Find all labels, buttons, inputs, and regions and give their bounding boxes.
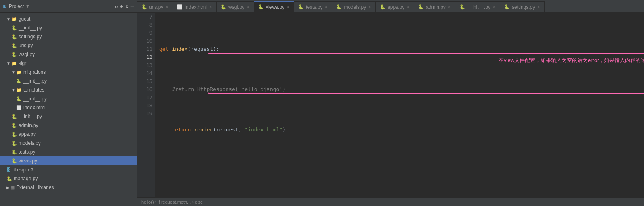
tree-item-urls[interactable]: 🐍 urls.py bbox=[0, 41, 137, 50]
tab-icon-py: 🐍 bbox=[141, 4, 147, 10]
tab-close-icon[interactable]: ✕ bbox=[492, 5, 496, 9]
tree-item-migrations[interactable]: ▼ 📁 migrations bbox=[0, 68, 137, 77]
py-icon: 🐍 bbox=[11, 25, 17, 31]
tab-icon-py: 🐍 bbox=[504, 4, 510, 10]
keyword: return bbox=[172, 126, 194, 134]
folder-icon: 📁 bbox=[16, 70, 22, 75]
tab-models[interactable]: 🐍 models.py ✕ bbox=[332, 1, 376, 12]
tree-item-label: sign bbox=[19, 60, 27, 66]
settings-icon[interactable]: ⚙ bbox=[126, 4, 128, 9]
tab-close-icon[interactable]: ✕ bbox=[209, 5, 212, 9]
tree-item-models[interactable]: 🐍 models.py bbox=[0, 139, 137, 148]
tab-admin[interactable]: 🐍 admin.py ✕ bbox=[414, 1, 455, 12]
tab-settings[interactable]: 🐍 settings.py ✕ bbox=[500, 1, 545, 12]
tree-item-tests[interactable]: 🐍 tests.py bbox=[0, 148, 137, 156]
annotation-comment: 在view文件配置，如果输入为空的话为error，如果输入内容的话则为succe… bbox=[499, 56, 636, 65]
tab-close-icon[interactable]: ✕ bbox=[368, 5, 371, 9]
tree-item-manage[interactable]: 🐍 manage.py bbox=[0, 174, 137, 183]
tab-label: apps.py bbox=[387, 4, 404, 10]
code-text: (request, bbox=[213, 126, 244, 134]
refresh-icon[interactable]: ↻ bbox=[115, 4, 118, 9]
py-icon: 🐍 bbox=[11, 43, 17, 48]
tab-index[interactable]: ⬜ index.html ✕ bbox=[173, 1, 217, 12]
tree-item-wsgi[interactable]: 🐍 wsgi.py bbox=[0, 50, 137, 59]
code-line-9: return render(request, "index.html") bbox=[159, 126, 644, 134]
tree-item-init2[interactable]: 🐍 __init__.py bbox=[0, 77, 137, 85]
tree-item-label: db.sqlite3 bbox=[13, 167, 33, 173]
tree-item-settings[interactable]: 🐍 settings.py bbox=[0, 32, 137, 41]
tab-label: tests.py bbox=[306, 4, 322, 10]
tab-close-icon[interactable]: ✕ bbox=[286, 5, 290, 9]
tab-apps[interactable]: 🐍 apps.py ✕ bbox=[376, 1, 414, 12]
tab-close-icon[interactable]: ✕ bbox=[324, 5, 328, 9]
py-icon: 🐍 bbox=[11, 123, 17, 128]
tree-item-init3[interactable]: 🐍 __init__.py bbox=[0, 94, 137, 103]
tree-item-db[interactable]: 🗄 db.sqlite3 bbox=[0, 165, 137, 174]
py-icon: 🐍 bbox=[11, 34, 17, 40]
tree-item-label: index.html bbox=[23, 105, 46, 110]
tab-icon-py: 🐍 bbox=[380, 4, 385, 10]
code-text[interactable]: get index(request): #return HttpResponse… bbox=[155, 13, 644, 197]
py-icon: 🐍 bbox=[16, 79, 22, 84]
dropdown-icon[interactable]: ▼ bbox=[26, 4, 29, 9]
line-num: 17 bbox=[140, 94, 152, 102]
code-editor[interactable]: 7 8 9 10 11 12 13 14 15 16 17 18 19 get … bbox=[137, 13, 644, 197]
py-icon: 🐍 bbox=[11, 114, 17, 119]
expand-arrow: ▼ bbox=[11, 70, 15, 75]
tree-item-apps[interactable]: 🐍 apps.py bbox=[0, 130, 137, 139]
tab-close-icon[interactable]: ✕ bbox=[165, 5, 168, 9]
folder-icon: 📁 bbox=[16, 87, 22, 93]
tab-close-icon[interactable]: ✕ bbox=[406, 5, 410, 9]
tab-init[interactable]: 🐍 __init__.py ✕ bbox=[455, 1, 500, 12]
add-icon[interactable]: ⊕ bbox=[120, 4, 123, 9]
tab-icon-py: 🐍 bbox=[459, 4, 465, 10]
expand-arrow: ▶ bbox=[6, 185, 10, 190]
tree-item-sign[interactable]: ▼ 📁 sign bbox=[0, 59, 137, 68]
line-num: 9 bbox=[140, 29, 152, 37]
tree-item-index-html[interactable]: ⬜ index.html bbox=[0, 103, 137, 112]
line-num: 12 bbox=[140, 53, 152, 61]
py-icon: 🐍 bbox=[11, 150, 17, 155]
line-numbers: 7 8 9 10 11 12 13 14 15 16 17 18 19 bbox=[137, 13, 155, 197]
tab-tests[interactable]: 🐍 tests.py ✕ bbox=[294, 1, 332, 12]
breadcrumb: hello() › if request.meth... › else bbox=[141, 200, 203, 204]
tree-item-label: wsgi.py bbox=[19, 52, 35, 57]
tab-label: wsgi.py bbox=[228, 4, 244, 10]
line-num: 16 bbox=[140, 85, 152, 94]
tab-icon-py: 🐍 bbox=[298, 4, 304, 10]
sidebar-title: Project bbox=[9, 4, 24, 9]
function-name: index bbox=[172, 45, 187, 53]
tree-item-label: manage.py bbox=[14, 176, 38, 181]
tab-label: __init__.py bbox=[467, 4, 490, 10]
tree-item-templates[interactable]: ▼ 📁 templates bbox=[0, 85, 137, 94]
tree-item-guest[interactable]: ▼ 📁 guest bbox=[0, 15, 137, 23]
tree-item-label: templates bbox=[23, 87, 44, 93]
tree-item-label: External Libraries bbox=[16, 185, 54, 190]
tree-item-views[interactable]: 🐍 views.py bbox=[0, 156, 137, 165]
file-tree: ▼ 📁 guest 🐍 __init__.py 🐍 settings.py 🐍 … bbox=[0, 13, 137, 206]
tab-urls[interactable]: 🐍 urls.py ✕ bbox=[137, 1, 173, 12]
tree-item-admin[interactable]: 🐍 admin.py bbox=[0, 121, 137, 130]
tree-item-label: __init__.py bbox=[19, 25, 42, 31]
tree-item-label: guest bbox=[19, 16, 30, 22]
code-text: ) bbox=[282, 126, 286, 134]
tab-close-icon[interactable]: ✕ bbox=[246, 5, 250, 9]
tree-item-init1[interactable]: 🐍 __init__.py bbox=[0, 23, 137, 32]
tree-item-init4[interactable]: 🐍 __init__.py bbox=[0, 112, 137, 121]
function-name: render bbox=[194, 126, 213, 134]
py-icon: 🐍 bbox=[16, 96, 22, 102]
tree-item-extlibs[interactable]: ▶ ▦ External Libraries bbox=[0, 183, 137, 192]
minimize-icon[interactable]: ─ bbox=[131, 4, 134, 9]
comment: #return HttpResponse('hello django') bbox=[159, 85, 286, 94]
tab-label: views.py bbox=[266, 4, 284, 10]
tab-label: admin.py bbox=[426, 4, 446, 10]
line-num: 10 bbox=[140, 37, 152, 45]
tab-close-icon[interactable]: ✕ bbox=[537, 5, 540, 9]
code-line-10 bbox=[159, 166, 644, 174]
expand-arrow: ▼ bbox=[6, 17, 11, 21]
tab-wsgi[interactable]: 🐍 wsgi.py ✕ bbox=[217, 1, 254, 12]
keyword: get bbox=[159, 45, 172, 53]
tab-views[interactable]: 🐍 views.py ✕ bbox=[254, 1, 294, 12]
tab-close-icon[interactable]: ✕ bbox=[448, 5, 451, 9]
tab-label: urls.py bbox=[149, 4, 163, 10]
